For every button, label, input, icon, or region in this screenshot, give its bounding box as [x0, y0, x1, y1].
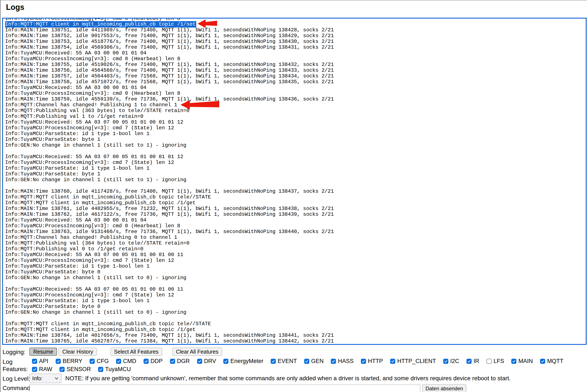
feature-label: HASS [338, 358, 354, 364]
feature-checkbox-cfg[interactable]: CFG [89, 358, 109, 364]
feature-checkbox-main[interactable]: MAIN [511, 358, 533, 364]
feature-checkbox-mqtt[interactable]: MQTT [540, 358, 563, 364]
log-line: Info:MAIN:Time 138760, idle 4117428/s, f… [5, 188, 586, 194]
log-line: Info:MQTT:Publishing val 1 to /1/get ret… [5, 114, 586, 119]
resume-button[interactable]: Resume [29, 348, 57, 356]
feature-label: CFG [97, 358, 109, 364]
feature-label: DDP [151, 358, 163, 364]
log-line: Info:MAIN:Time 138751, idle 4411989/s, f… [5, 27, 586, 33]
logs-page: { "title": "Logs", "colors": { "log_box_… [0, 0, 587, 392]
log-line: Info:MAIN:Time 138759, idle 4559139/s, f… [5, 96, 586, 102]
feature-label: CMD [123, 358, 136, 364]
feature-checkbox-ir[interactable]: IR [467, 358, 479, 364]
feature-checkbox-sensor[interactable]: SENSOR [59, 366, 91, 372]
log-line: Info:TuyaMCU:ProcessIncoming[v=3]: cmd 7… [5, 258, 586, 263]
log-line: Info:TuyaMCU:ProcessIncoming[v=3]: cmd 0… [5, 18, 586, 21]
log-line: Info:GEN:No change in channel 1 (still s… [5, 275, 586, 280]
log-level-label: Log Level: [2, 375, 30, 382]
log-output[interactable]: Info:TuyaMCU:ProcessIncoming[v=3]: cmd 0… [2, 18, 587, 345]
feature-label: HTTP [368, 358, 383, 364]
log-line [5, 315, 586, 321]
command-label: Command: [2, 385, 32, 392]
feature-checkbox-http-client[interactable]: HTTP_CLIENT [390, 358, 436, 364]
feature-checkbox-lfs[interactable]: LFS [487, 358, 504, 364]
log-line: Info:MAIN:Time 138761, idle 4482955/s, f… [5, 206, 586, 212]
checkbox-icon [32, 359, 37, 364]
log-line: Info:TuyaMCU:ParseState: id 1 type 1-boo… [5, 131, 586, 136]
feature-label: DRV [204, 358, 216, 364]
checkbox-icon [56, 359, 61, 364]
log-line: Info:MQTT:Publishing val (363 bytes) to … [5, 108, 586, 114]
log-line: Info:MQTT:Channel has changed! Publishin… [5, 102, 586, 108]
log-level-select[interactable]: Info: [29, 374, 61, 383]
checkbox-icon [116, 359, 121, 364]
log-line: Info:TuyaMCU:ProcessIncoming[v=3]: cmd 7… [5, 160, 586, 166]
feature-checkbox-raw[interactable]: RAW [32, 366, 52, 372]
feature-checkbox-hass[interactable]: HASS [331, 358, 354, 364]
checkbox-icon [271, 359, 276, 364]
checkbox-icon [331, 359, 336, 364]
log-line: Info:MAIN:Time 138757, idle 4564403/s, f… [5, 73, 586, 79]
checkbox-icon [89, 359, 95, 364]
log-line: Info:TuyaMCU:Received: 55 AA 03 07 00 05… [5, 286, 586, 292]
select-all-features-button[interactable]: Select All Features [110, 348, 162, 356]
feature-checkbox-event[interactable]: EVENT [271, 358, 297, 364]
feature-checkbox-cmd[interactable]: CMD [116, 358, 136, 364]
submit-command-button[interactable]: Daten absenden [422, 384, 466, 392]
log-line: Info:GEN:No change in channel 1 (still s… [5, 142, 586, 148]
log-line: Info:MQTT:MQTT client in mqtt_incoming_p… [5, 327, 586, 332]
red-arrow-icon [197, 20, 217, 28]
log-line [5, 148, 586, 154]
log-line: Info:MAIN:Time 138762, idle 4617122/s, f… [5, 212, 586, 217]
log-line: Info:MQTT:Channel has changed! Publishin… [5, 234, 586, 240]
feature-label: GEN [311, 358, 324, 364]
clear-all-features-button[interactable]: Clear All Features [172, 348, 222, 356]
chevron-down-icon [54, 377, 59, 380]
log-line: Info:TuyaMCU:ParseState: byte 1 [5, 136, 586, 142]
checkbox-icon [59, 367, 65, 372]
log-line: Info:TuyaMCU:ProcessIncoming[v=3]: cmd 0… [5, 223, 586, 229]
note-text: NOTE: If you are getting 'command unknow… [65, 375, 511, 382]
log-line: Info:TuyaMCU:ParseState: byte 1 [5, 171, 586, 177]
log-line: Info:TuyaMCU:ParseState: id 1 type 1-boo… [5, 263, 586, 269]
feature-checkbox-http[interactable]: HTTP [361, 358, 383, 364]
feature-label: MAIN [518, 358, 533, 364]
feature-label: IR [474, 358, 479, 364]
feature-label: TuyaMCU [105, 366, 131, 372]
feature-checkbox-tuyamcu[interactable]: TuyaMCU [98, 366, 131, 372]
feature-label: I2C [450, 358, 459, 364]
log-features-label: Log Features: [2, 358, 30, 373]
log-line: Info:MQTT:Publishing val 0 to /1/get ret… [5, 246, 586, 252]
feature-label: SENSOR [66, 366, 91, 372]
log-line: Info:TuyaMCU:ProcessIncoming[v=3]: cmd 7… [5, 292, 586, 298]
log-line: Info:TuyaMCU:Received: 55 AA 03 00 00 01… [5, 85, 586, 90]
feature-checkbox-gen[interactable]: GEN [304, 358, 324, 364]
log-line: Info:TuyaMCU:Received: 55 AA 03 07 00 05… [5, 119, 586, 125]
feature-label: API [39, 358, 48, 364]
feature-checkbox-i2c[interactable]: I2C [443, 358, 459, 364]
feature-label: LFS [494, 358, 504, 364]
checkbox-icon [511, 359, 516, 364]
log-line: Info:MAIN:Time 138753, idle 4518776/s, f… [5, 38, 586, 44]
command-input[interactable] [29, 384, 420, 392]
feature-label: HTTP_CLIENT [397, 358, 436, 364]
feature-checkbox-drv[interactable]: DRV [197, 358, 216, 364]
checkbox-icon [540, 359, 545, 364]
feature-checkbox-energymeter[interactable]: EnergyMeter [223, 358, 263, 364]
checkbox-icon [304, 359, 309, 364]
feature-checkbox-ddp[interactable]: DDP [143, 358, 163, 364]
clear-history-button[interactable]: Clear History [59, 348, 97, 356]
log-line: Info:MAIN:Time 138756, idle 4564560/s, f… [5, 68, 586, 73]
feature-checkbox-dgr[interactable]: DGR [170, 358, 190, 364]
logging-label: Logging: [2, 349, 25, 356]
log-line [5, 183, 586, 188]
checkbox-icon [143, 359, 149, 364]
log-line: Info:GEN:No change in channel 1 (still s… [5, 310, 586, 315]
feature-label: EVENT [278, 358, 297, 364]
log-line: Info:TuyaMCU:ParseState: byte 0 [5, 304, 586, 310]
checkbox-icon [487, 359, 492, 364]
checkbox-icon [390, 359, 395, 364]
log-line: Info:MAIN:Time 138755, idle 4519026/s, f… [5, 62, 586, 68]
feature-checkbox-api[interactable]: API [32, 358, 48, 364]
feature-checkbox-berry[interactable]: BERRY [56, 358, 82, 364]
